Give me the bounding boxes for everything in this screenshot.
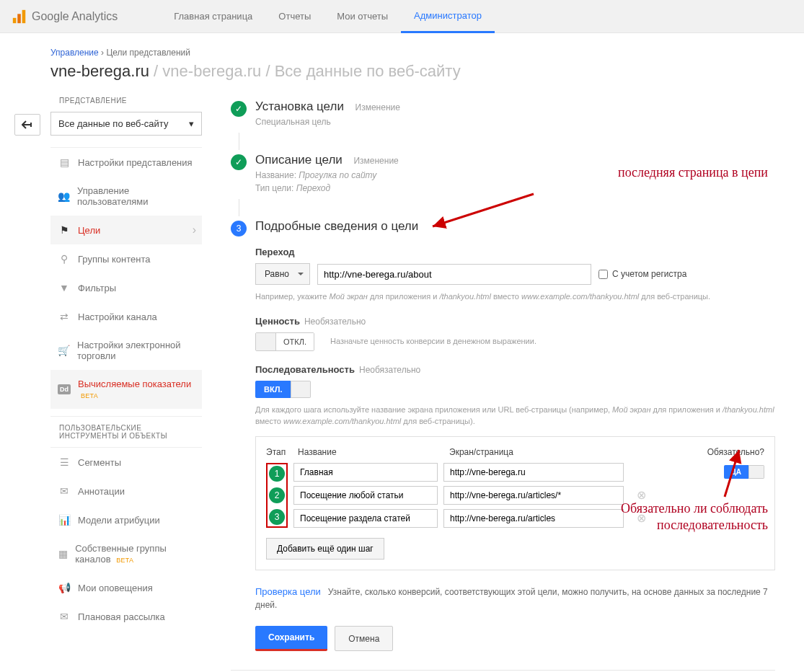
breadcrumb-manage[interactable]: Управление xyxy=(50,48,99,58)
check-icon: ✓ xyxy=(231,101,247,117)
check-icon: ✓ xyxy=(231,154,247,170)
sidebar-item-attribution[interactable]: 📊Модели атрибуции xyxy=(50,505,202,534)
sidebar-item-filters[interactable]: ▼Фильтры xyxy=(50,273,202,302)
col-screen: Экран/страница xyxy=(449,447,637,457)
main-panel: ✓ Установка цели Изменение Специальная ц… xyxy=(231,97,775,672)
col-name: Название xyxy=(298,447,449,457)
users-icon: 👥 xyxy=(58,190,70,202)
segments-icon: ☰ xyxy=(58,456,71,468)
funnel-url-2[interactable] xyxy=(443,486,624,505)
destination-label: Переход xyxy=(255,247,775,257)
logo: Google Analytics xyxy=(12,9,118,25)
funnel-name-3[interactable] xyxy=(293,509,438,528)
top-bar: Google Analytics Главная страница Отчеты… xyxy=(0,0,804,33)
sidebar-section-tools: ПОЛЬЗОВАТЕЛЬСКИЕ ИНСТРУМЕНТЫ И ОБЪЕКТЫ xyxy=(59,424,202,440)
sidebar-item-content-groups[interactable]: ⚲Группы контента xyxy=(50,244,202,273)
step-1-title: Установка цели xyxy=(255,100,344,114)
funnel-url-1[interactable] xyxy=(443,463,624,482)
back-button[interactable] xyxy=(14,114,40,136)
sidebar: ПРЕДСТАВЛЕНИЕ Все данные по веб-сайту ▾ … xyxy=(50,97,202,672)
col-required: Обязательно? xyxy=(707,447,764,457)
destination-hint: Например, укажите Мой экран для приложен… xyxy=(255,291,775,303)
mail-icon: ✉ xyxy=(58,611,71,622)
funnel-hint: Для каждого шага используйте название эк… xyxy=(255,404,775,428)
step-1: ✓ Установка цели Изменение Специальная ц… xyxy=(231,100,775,127)
col-step: Этап xyxy=(266,447,298,457)
value-toggle[interactable]: ОТКЛ. xyxy=(255,332,314,351)
step-2-edit-link[interactable]: Изменение xyxy=(353,156,398,166)
page-title: vne-berega.ru / vne-berega.ru / Все данн… xyxy=(50,62,775,81)
view-selector[interactable]: Все данные по веб-сайту ▾ xyxy=(50,112,202,136)
sidebar-item-segments[interactable]: ☰Сегменты xyxy=(50,448,202,477)
step-3-title: Подробные сведения о цели xyxy=(255,219,418,234)
save-button[interactable]: Сохранить xyxy=(255,626,327,651)
breadcrumb: Управление › Цели представлений xyxy=(50,48,775,58)
value-block: ЦенностьНеобязательно ОТКЛ. Назначьте це… xyxy=(255,316,775,351)
arrow-left-icon xyxy=(22,120,33,129)
breadcrumb-goals: Цели представлений xyxy=(106,48,190,58)
funnel-name-1[interactable] xyxy=(293,463,438,482)
step-3-number: 3 xyxy=(231,221,247,236)
step-numbers-highlight: 1 2 3 xyxy=(266,463,288,528)
chevron-down-icon: ▾ xyxy=(189,118,194,129)
step-1-desc: Специальная цель xyxy=(255,117,775,127)
sidebar-item-view-settings[interactable]: ▤Настройки представления xyxy=(50,148,202,177)
step-3: 3 Подробные сведения о цели xyxy=(231,219,775,236)
tab-admin[interactable]: Администратор xyxy=(401,0,495,33)
destination-url-input[interactable] xyxy=(317,264,591,285)
funnel-block: ПоследовательностьНеобязательно ВКЛ. Для… xyxy=(255,364,775,570)
tab-reports[interactable]: Отчеты xyxy=(265,0,324,33)
step-2-title: Описание цели xyxy=(255,153,343,167)
chart-icon: 📊 xyxy=(58,514,71,526)
sidebar-item-calculated-metrics[interactable]: DdВычисляемые показателиBETA xyxy=(50,370,202,409)
case-sensitive-checkbox[interactable]: С учетом регистра xyxy=(598,269,686,279)
svg-rect-1 xyxy=(17,14,21,23)
sidebar-item-goals[interactable]: ⚑Цели xyxy=(50,216,202,244)
funnel-row-2: ⊗ xyxy=(293,486,764,505)
sidebar-section-view: ПРЕДСТАВЛЕНИЕ xyxy=(59,97,202,105)
funnel-table: Этап Название Экран/страница Обязательно… xyxy=(255,436,775,570)
megaphone-icon: 📢 xyxy=(58,582,71,593)
cart-icon: 🛒 xyxy=(58,345,70,356)
sidebar-item-user-mgmt[interactable]: 👥Управление пользователями xyxy=(50,177,202,216)
required-toggle-1[interactable]: ДА xyxy=(724,465,764,479)
dd-icon: Dd xyxy=(58,384,71,394)
funnel-url-3[interactable] xyxy=(443,509,624,528)
share-icon: ⚲ xyxy=(58,253,71,265)
tab-my-reports[interactable]: Мои отчеты xyxy=(324,0,401,33)
sidebar-item-channel-groups[interactable]: ▦Собственные группы каналов BETA xyxy=(50,534,202,573)
brand-text: Google Analytics xyxy=(32,10,118,23)
add-step-button[interactable]: Добавить ещё один шаг xyxy=(266,538,384,560)
grid-icon: ▦ xyxy=(58,548,68,560)
match-type-select[interactable]: Равно xyxy=(255,263,310,285)
funnel-toggle[interactable]: ВКЛ. xyxy=(255,381,311,398)
tab-home[interactable]: Главная страница xyxy=(161,0,265,33)
funnel-row-3: ⊗ xyxy=(293,509,764,528)
delete-row-icon[interactable]: ⊗ xyxy=(637,511,646,525)
value-hint: Назначьте ценность конверсии в денежном … xyxy=(330,335,536,348)
sidebar-item-scheduled[interactable]: ✉Плановая рассылка xyxy=(50,602,202,631)
delete-row-icon[interactable]: ⊗ xyxy=(637,488,646,502)
step-2: ✓ Описание цели Изменение Название: Прог… xyxy=(231,153,775,193)
annotation-icon: ✉ xyxy=(58,485,71,497)
verify-goal-link[interactable]: Проверка цели xyxy=(255,586,321,597)
filter-icon: ▼ xyxy=(58,282,71,293)
sidebar-item-channel-settings[interactable]: ⇄Настройки канала xyxy=(50,302,202,331)
top-tabs: Главная страница Отчеты Мои отчеты Админ… xyxy=(161,0,495,33)
sidebar-item-annotations[interactable]: ✉Аннотации xyxy=(50,477,202,505)
verify-block: Проверка цели Узнайте, сколько конверсий… xyxy=(255,585,775,612)
sidebar-item-ecommerce[interactable]: 🛒Настройки электронной торговли xyxy=(50,331,202,370)
cancel-button[interactable]: Отмена xyxy=(335,626,393,651)
funnel-row-1: ДА xyxy=(293,463,764,482)
destination-block: Переход Равно С учетом регистра Например… xyxy=(255,247,775,303)
step-1-edit-link[interactable]: Изменение xyxy=(355,102,400,112)
sidebar-item-alerts[interactable]: 📢Мои оповещения xyxy=(50,573,202,602)
svg-rect-0 xyxy=(13,17,17,22)
document-icon: ▤ xyxy=(58,156,71,168)
flag-icon: ⚑ xyxy=(58,224,71,236)
analytics-logo-icon xyxy=(12,9,27,25)
svg-rect-2 xyxy=(22,9,26,22)
channel-icon: ⇄ xyxy=(58,311,71,322)
funnel-name-2[interactable] xyxy=(293,486,438,505)
